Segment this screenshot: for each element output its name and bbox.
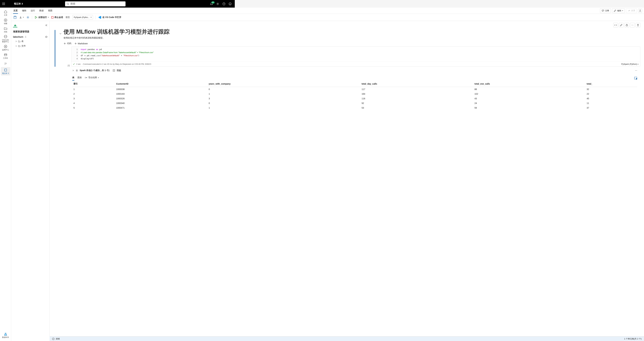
add-markdown-cell-button[interactable]: Markdown <box>74 42 88 45</box>
sync-icon[interactable] <box>45 36 48 38</box>
table-cell: 1 <box>72 87 115 92</box>
svg-rect-17 <box>5 69 7 71</box>
spark-jobs-label[interactable]: Spark 作业(1 个成功，共 1 个) <box>80 69 109 72</box>
nav-workspace[interactable]: 工作区 <box>1 52 10 60</box>
export-icon <box>85 76 88 79</box>
search-placeholder: 搜索 <box>70 2 75 6</box>
open-vscode-button[interactable]: 在 VS Code 中打开 <box>98 16 121 19</box>
svg-rect-22 <box>14 16 16 18</box>
tab-edit[interactable]: 编辑 <box>22 8 27 14</box>
execution-status-bar: ✓ 2 sec - Command executed in 2 sec 43 m… <box>72 62 235 66</box>
svg-point-5 <box>229 3 231 5</box>
nav-home[interactable]: 主页 <box>1 9 10 17</box>
table-row[interactable]: 3100032631164345 <box>72 96 235 101</box>
workspace-icon <box>4 53 7 56</box>
svg-point-6 <box>230 4 230 4</box>
table-cell: 4 <box>72 101 115 106</box>
stop-session-button[interactable]: 停止会话 <box>51 16 63 19</box>
table-cell: 3 <box>208 96 235 101</box>
col-customerid[interactable]: CustomerID <box>115 81 207 87</box>
table-row[interactable]: 410003400922411 <box>72 101 235 106</box>
output-tab-chart[interactable]: 图表 <box>78 76 82 80</box>
nav-onelake[interactable]: OneLake 数据中心 <box>1 34 10 44</box>
table-cell: 1 <box>208 92 235 96</box>
feedback-button[interactable] <box>228 2 232 6</box>
table-cell: 1000183 <box>115 92 207 96</box>
svg-point-0 <box>67 3 68 4</box>
table-cell: 1 <box>208 106 235 110</box>
gear-icon <box>26 16 30 19</box>
cell-execution-number: [2] <box>64 64 70 66</box>
tree-files[interactable]: 文件 <box>12 44 48 48</box>
ribbon-tabs: 主页 编辑 运行 数据 视图 注释 编辑 ▾ 共享 <box>11 8 235 14</box>
log-icon <box>113 69 115 72</box>
gear-icon <box>216 2 219 5</box>
notebook-icon <box>4 68 7 72</box>
add-code-cell-button[interactable]: 代码 <box>64 42 71 45</box>
col-index[interactable]: 索引 <box>72 81 115 87</box>
play-icon <box>34 16 37 19</box>
spark-expand-toggle[interactable] <box>72 70 74 72</box>
exec-status: - Command executed in 2 sec 43 ms by Mar… <box>82 63 151 65</box>
table-cell: 0 <box>208 87 235 92</box>
check-icon: ✓ <box>73 62 75 66</box>
nav-monitor[interactable]: 监视中心 <box>1 44 10 52</box>
page-title: 笔记本 3 <box>14 2 23 5</box>
code-cell[interactable]: 1234 import pandas as pd # Load data int… <box>71 46 235 66</box>
table-cell: 1000340 <box>115 101 207 106</box>
nav-browse[interactable]: 浏览 <box>1 26 10 34</box>
plus-icon <box>64 42 66 45</box>
chevron-double-left-icon <box>45 24 48 26</box>
col-years[interactable]: years_with_company <box>208 81 235 87</box>
table-row[interactable]: 21000183116410222 <box>72 92 235 96</box>
export-results-button[interactable]: 导出结果 ▾ <box>85 76 99 80</box>
download-button[interactable]: ▾ <box>19 16 24 19</box>
tab-data[interactable]: 数据 <box>39 8 44 14</box>
global-search[interactable]: 搜索 <box>65 2 126 6</box>
chevron-right-icon <box>72 70 74 72</box>
svg-point-24 <box>28 17 28 18</box>
app-launcher[interactable] <box>1 2 6 6</box>
exec-time: 2 sec <box>76 63 81 65</box>
table-cell: 1000038 <box>115 87 207 92</box>
tab-view[interactable]: 视图 <box>48 8 53 14</box>
table-cell: 2 <box>72 92 115 96</box>
chevron-right-icon <box>15 45 17 47</box>
language-select[interactable]: PySpark (Pytho... ▾ <box>72 15 93 20</box>
output-tab-table[interactable]: 表 <box>72 76 74 80</box>
stop-icon <box>51 16 54 18</box>
settings-gear-button[interactable] <box>26 16 30 19</box>
settings-button[interactable] <box>216 2 219 6</box>
tab-home[interactable]: 主页 <box>13 8 18 14</box>
smiley-icon <box>229 2 232 5</box>
notifications-button[interactable]: 62 <box>210 2 213 6</box>
collapse-panel-button[interactable] <box>45 24 48 26</box>
nav-people[interactable] <box>1 60 10 67</box>
list-icon <box>76 69 78 72</box>
cell-selection-bar[interactable] <box>55 30 55 67</box>
lakehouse-item[interactable]: lakechurn <box>12 35 48 39</box>
svg-point-7 <box>230 4 231 4</box>
help-icon: ? <box>222 2 225 5</box>
cell-collapse-toggle[interactable] <box>59 32 64 35</box>
code-editor[interactable]: import pandas as pd # Load data into pan… <box>79 47 235 62</box>
nav-create[interactable]: 创建 <box>1 17 10 26</box>
explorer-title: 湖屋资源管理器 <box>13 30 48 33</box>
save-button[interactable] <box>13 16 17 19</box>
explorer-home-tab[interactable] <box>13 23 17 28</box>
table-cell: 1000326 <box>115 96 207 101</box>
help-button[interactable]: ? <box>222 2 226 6</box>
svg-point-2 <box>217 4 218 4</box>
tree-tables[interactable]: 表 <box>12 39 48 44</box>
logs-button[interactable]: 日志 <box>117 69 121 72</box>
table-row[interactable]: 510004711535937 <box>72 106 235 110</box>
pin-icon <box>24 36 27 38</box>
nav-notebook-active[interactable]: 笔记本 3 <box>1 67 10 76</box>
output-table: 索引 CustomerID years_with_company total_d… <box>72 81 235 110</box>
svg-point-15 <box>5 63 6 64</box>
notebook-area: ⋯ 使用 MLflow 训练机器学习模型并进行跟踪 使用此笔记本中的代码来训练和… <box>50 21 235 124</box>
table-row[interactable]: 1100003801178832 <box>72 87 235 92</box>
tab-run[interactable]: 运行 <box>30 8 35 14</box>
run-all-button[interactable]: 全部运行 ▾ <box>34 16 49 19</box>
home-icon <box>4 10 7 14</box>
